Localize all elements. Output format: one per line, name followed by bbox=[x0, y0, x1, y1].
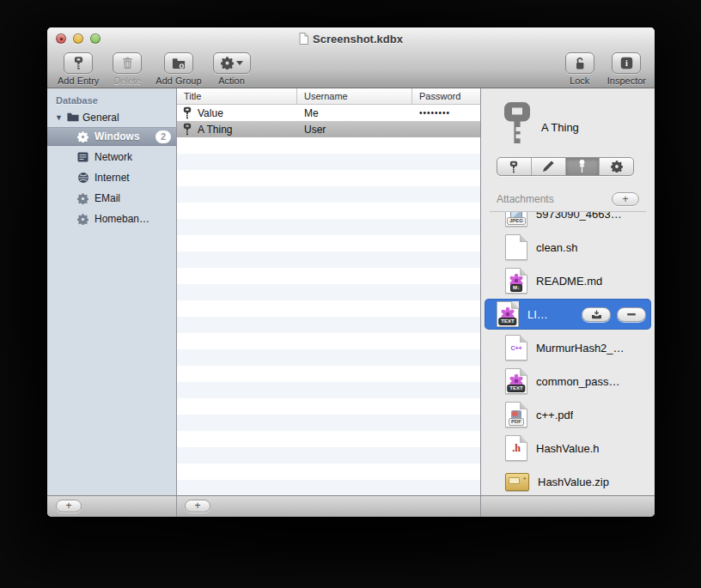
folder-plus-icon bbox=[172, 58, 186, 70]
attachment-row[interactable]: HashValue.zip bbox=[485, 466, 651, 495]
content-area: Database ▼ General Windows 2 bbox=[47, 88, 655, 495]
tab-attachments[interactable] bbox=[566, 158, 600, 175]
entry-count-badge: 2 bbox=[155, 130, 171, 143]
sidebar-item-label: Internet bbox=[94, 172, 130, 184]
folder-icon bbox=[66, 111, 79, 124]
text-file-icon: TEXT bbox=[497, 301, 519, 327]
column-header-title[interactable]: Title bbox=[177, 88, 297, 104]
trash-icon bbox=[122, 57, 133, 70]
titlebar[interactable]: Screenshot.kdbx bbox=[47, 27, 655, 49]
entry-username: Me bbox=[297, 107, 412, 119]
export-attachment-button[interactable] bbox=[582, 307, 611, 322]
sidebar-item-internet[interactable]: Internet bbox=[47, 167, 176, 188]
attachment-row[interactable]: PDF c++.pdf bbox=[485, 399, 651, 430]
add-group-footer-button[interactable]: + bbox=[56, 500, 82, 512]
gear-icon bbox=[221, 57, 234, 70]
attachment-row[interactable]: clean.sh bbox=[485, 232, 651, 263]
attachment-row[interactable]: TEXT common_pass… bbox=[485, 366, 651, 397]
globe-icon bbox=[76, 172, 89, 185]
screenshot-stage: Screenshot.kdbx Add Entry bbox=[0, 0, 701, 588]
empty-row-stripes[interactable] bbox=[177, 137, 480, 495]
column-header-password[interactable]: Password bbox=[412, 88, 480, 104]
lock-button[interactable]: Lock bbox=[563, 52, 597, 86]
sidebar-item-label: EMail bbox=[94, 192, 120, 204]
info-icon: i bbox=[620, 57, 633, 70]
attachments-list[interactable]: JPEG 5973090_4663… clean.sh M↓ bbox=[481, 212, 655, 495]
entry-list: Title Username Password Value Me •••••••… bbox=[177, 88, 480, 495]
entry-key-icon-large bbox=[502, 100, 533, 146]
text-file-icon: TEXT bbox=[505, 368, 527, 394]
gear-icon bbox=[76, 213, 89, 226]
sidebar-item-homebanking[interactable]: Homeban… bbox=[47, 209, 176, 229]
divider bbox=[480, 496, 481, 517]
remove-attachment-button[interactable] bbox=[617, 307, 646, 322]
entry-title: Value bbox=[198, 107, 223, 119]
markdown-file-icon: M↓ bbox=[505, 268, 527, 294]
plain-file-icon bbox=[505, 234, 527, 260]
window-title: Screenshot.kdbx bbox=[313, 33, 403, 45]
add-attachment-button[interactable]: + bbox=[612, 192, 639, 206]
entry-password-masked: •••••••• bbox=[412, 108, 480, 118]
sidebar-item-windows[interactable]: Windows 2 bbox=[47, 127, 176, 146]
key-icon bbox=[509, 161, 518, 173]
column-header-username[interactable]: Username bbox=[297, 88, 412, 104]
pdf-file-icon: PDF bbox=[505, 402, 527, 427]
cpp-file-icon: C++ bbox=[505, 335, 527, 361]
window-chrome: Screenshot.kdbx Add Entry bbox=[47, 27, 655, 88]
toolbar: Add Entry Delete bbox=[47, 49, 655, 88]
entry-username: User bbox=[297, 124, 412, 136]
tab-general[interactable] bbox=[497, 158, 532, 175]
tab-advanced[interactable] bbox=[600, 158, 633, 175]
add-group-button[interactable]: Add Group bbox=[155, 52, 201, 86]
sidebar-section-header: Database bbox=[56, 95, 176, 106]
svg-text:i: i bbox=[625, 58, 628, 68]
attachment-row[interactable]: C++ MurmurHash2_… bbox=[485, 332, 651, 363]
zip-file-icon bbox=[505, 473, 529, 491]
divider bbox=[176, 496, 177, 517]
inspector-tabs bbox=[497, 157, 634, 176]
chevron-down-icon bbox=[236, 61, 243, 65]
attachment-row-selected[interactable]: TEXT LI… bbox=[485, 299, 651, 330]
gear-icon bbox=[76, 130, 89, 143]
pushpin-icon bbox=[577, 160, 587, 173]
tab-edit[interactable] bbox=[532, 158, 566, 175]
inspector-panel: A Thing bbox=[481, 88, 655, 495]
attachment-row[interactable]: M↓ README.md bbox=[485, 265, 651, 296]
sidebar-item-label: Network bbox=[94, 151, 132, 163]
save-tray-icon bbox=[591, 310, 602, 319]
add-entry-button[interactable]: Add Entry bbox=[58, 52, 99, 86]
key-icon bbox=[74, 56, 83, 70]
add-entry-footer-button[interactable]: + bbox=[185, 500, 210, 512]
header-file-icon: .h bbox=[505, 435, 527, 461]
action-button[interactable]: Action bbox=[213, 52, 251, 86]
minus-icon bbox=[627, 313, 636, 316]
gear-icon bbox=[611, 161, 623, 173]
attachment-row[interactable]: .h HashValue.h bbox=[485, 433, 651, 464]
key-icon bbox=[183, 106, 192, 119]
jpeg-file-icon: JPEG bbox=[505, 212, 527, 227]
sidebar-group-label: General bbox=[82, 112, 119, 124]
entry-title: A Thing bbox=[198, 124, 232, 136]
bottom-bar: + + bbox=[47, 495, 655, 517]
document-proxy-icon[interactable] bbox=[299, 33, 308, 45]
sidebar-item-label: Homeban… bbox=[94, 213, 149, 225]
sidebar-item-network[interactable]: Network bbox=[47, 147, 176, 167]
key-icon bbox=[183, 123, 192, 136]
entry-row-selected[interactable]: A Thing User bbox=[177, 121, 480, 137]
gear-icon bbox=[76, 192, 89, 205]
entry-list-header: Title Username Password bbox=[177, 88, 480, 105]
attachment-row[interactable]: JPEG 5973090_4663… bbox=[485, 212, 651, 229]
entry-row[interactable]: Value Me •••••••• bbox=[177, 105, 480, 121]
server-icon bbox=[76, 151, 89, 164]
attachments-label: Attachments bbox=[497, 193, 554, 205]
unlock-icon bbox=[574, 57, 586, 70]
pencil-icon bbox=[542, 161, 554, 173]
sidebar-group-general[interactable]: ▼ General bbox=[47, 108, 176, 126]
disclosure-triangle-icon[interactable]: ▼ bbox=[55, 113, 63, 122]
delete-button[interactable]: Delete bbox=[110, 52, 144, 86]
sidebar-item-label: Windows bbox=[94, 130, 140, 142]
sidebar-item-email[interactable]: EMail bbox=[47, 188, 176, 209]
group-sidebar: Database ▼ General Windows 2 bbox=[47, 88, 176, 495]
inspector-button[interactable]: i Inspector bbox=[607, 52, 646, 86]
inspector-entry-title: A Thing bbox=[541, 121, 579, 134]
